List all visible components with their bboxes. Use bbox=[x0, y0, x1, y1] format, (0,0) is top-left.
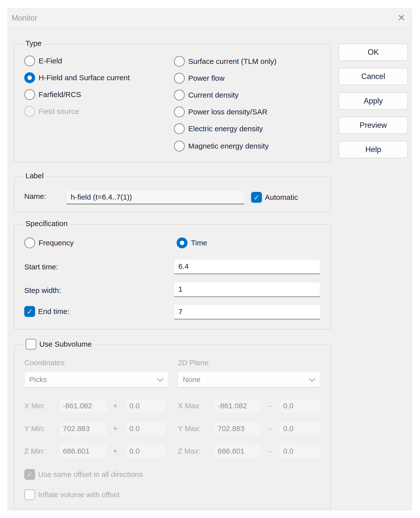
name-input[interactable]: h-field (t=6.4..7(1)) bbox=[66, 190, 244, 205]
plus-sign: + bbox=[111, 398, 120, 414]
specification-group-label: Specification bbox=[23, 219, 70, 228]
x-max-label: X Max: bbox=[178, 400, 201, 411]
inflate-label: Inflate volume with offset bbox=[38, 491, 120, 499]
title-bar: Monitor ✕ bbox=[8, 8, 412, 28]
help-button[interactable]: Help bbox=[339, 141, 408, 158]
use-subvolume-label: Use Subvolume bbox=[39, 340, 92, 348]
radio-farfield-rcs[interactable]: Farfield/RCS bbox=[24, 89, 81, 100]
radio-selected-icon bbox=[24, 72, 35, 83]
radio-icon bbox=[174, 90, 185, 101]
radio-power-flow[interactable]: Power flow bbox=[174, 73, 225, 84]
automatic-checkbox-row[interactable]: ✓ Automatic bbox=[251, 192, 298, 203]
radio-icon bbox=[174, 106, 185, 117]
y-max-offset-field: 0.0 bbox=[279, 421, 321, 436]
end-time-label: End time: bbox=[38, 307, 70, 316]
cancel-button[interactable]: Cancel bbox=[339, 68, 408, 85]
coordinates-dropdown-value: Picks bbox=[29, 375, 47, 384]
start-time-label: Start time: bbox=[24, 261, 58, 272]
minus-sign: - bbox=[266, 443, 275, 459]
radio-disabled-icon bbox=[24, 106, 35, 117]
monitor-dialog: Monitor ✕ Type E-Field H-Field and Surfa… bbox=[7, 8, 412, 511]
radio-h-field-and-surface-current[interactable]: H-Field and Surface current bbox=[24, 72, 130, 83]
use-subvolume-checkbox-row[interactable]: Use Subvolume bbox=[25, 339, 92, 350]
radio-field-source: Field source bbox=[24, 106, 79, 117]
name-label: Name: bbox=[24, 191, 46, 202]
radio-electric-energy-density[interactable]: Electric energy density bbox=[174, 123, 263, 134]
radio-power-loss-density-sar[interactable]: Power loss density/SAR bbox=[174, 106, 267, 117]
x-min-offset-field: 0.0 bbox=[125, 398, 166, 414]
radio-icon bbox=[24, 55, 35, 66]
radio-time[interactable]: Time bbox=[177, 237, 207, 248]
label-group: Label Name: h-field (t=6.4..7(1)) ✓ Auto… bbox=[14, 177, 331, 212]
radio-current-density[interactable]: Current density bbox=[174, 90, 238, 101]
coordinates-dropdown: Picks bbox=[24, 371, 168, 388]
screen: { "window": { "title": "Monitor" }, "ico… bbox=[0, 0, 420, 518]
radio-e-field[interactable]: E-Field bbox=[24, 55, 62, 66]
y-min-offset-field: 0.0 bbox=[125, 421, 166, 436]
plus-sign: + bbox=[111, 443, 120, 459]
type-group-label: Type bbox=[23, 39, 44, 48]
x-min-label: X Min: bbox=[24, 400, 45, 411]
radio-selected-icon bbox=[177, 237, 187, 248]
radio-icon bbox=[24, 89, 35, 100]
z-max-label: Z Max: bbox=[178, 446, 201, 457]
plane-dropdown-value: None bbox=[183, 375, 201, 384]
same-offset-checkbox-row: ✓ Use same offset in all directions bbox=[24, 469, 143, 480]
subvolume-group: Use Subvolume Coordinates: 2D Plane: Pic… bbox=[14, 344, 331, 509]
radio-icon bbox=[174, 56, 185, 67]
x-max-offset-field: 0.0 bbox=[279, 398, 321, 414]
coordinates-label: Coordinates: bbox=[24, 357, 66, 368]
radio-frequency[interactable]: Frequency bbox=[24, 237, 74, 248]
label-group-label: Label bbox=[23, 172, 46, 180]
ok-button[interactable]: OK bbox=[339, 44, 408, 61]
dialog-title: Monitor bbox=[12, 8, 37, 27]
x-min-field: -861.082 bbox=[59, 398, 108, 414]
preview-button[interactable]: Preview bbox=[339, 117, 408, 134]
radio-icon bbox=[24, 237, 35, 248]
checkbox-disabled-checked-icon: ✓ bbox=[24, 469, 35, 480]
checkbox-checked-icon[interactable]: ✓ bbox=[24, 306, 35, 317]
minus-sign: - bbox=[266, 398, 275, 414]
z-max-offset-field: 0.0 bbox=[279, 443, 321, 459]
plane-label: 2D Plane: bbox=[178, 357, 210, 368]
chevron-down-icon bbox=[309, 375, 315, 382]
step-width-label: Step width: bbox=[24, 285, 61, 296]
type-group: Type E-Field H-Field and Surface current… bbox=[14, 44, 331, 162]
chevron-down-icon bbox=[157, 375, 163, 382]
plus-sign: + bbox=[111, 421, 120, 436]
step-width-input[interactable]: 1 bbox=[174, 282, 320, 297]
minus-sign: - bbox=[266, 421, 275, 436]
checkbox-checked-icon[interactable]: ✓ bbox=[251, 192, 262, 203]
y-min-field: 702.883 bbox=[59, 421, 108, 436]
z-min-label: Z Min: bbox=[24, 446, 45, 457]
plane-dropdown: None bbox=[178, 371, 320, 388]
close-icon[interactable]: ✕ bbox=[395, 11, 408, 25]
radio-icon bbox=[174, 73, 185, 84]
y-min-label: Y Min: bbox=[24, 423, 45, 434]
radio-icon bbox=[174, 123, 185, 134]
z-min-field: 686.601 bbox=[59, 443, 108, 459]
x-max-field: -861.082 bbox=[214, 398, 261, 414]
y-max-field: 702.883 bbox=[214, 421, 261, 436]
start-time-input[interactable]: 6.4 bbox=[174, 259, 320, 274]
z-max-field: 686.601 bbox=[214, 443, 261, 459]
y-max-label: Y Max: bbox=[178, 423, 201, 434]
end-time-checkbox-row[interactable]: ✓ End time: bbox=[24, 306, 70, 317]
checkbox-unchecked-icon[interactable] bbox=[25, 339, 36, 350]
end-time-input[interactable]: 7 bbox=[174, 304, 320, 320]
radio-surface-current-tlm[interactable]: Surface current (TLM only) bbox=[174, 56, 277, 67]
automatic-label: Automatic bbox=[265, 193, 298, 202]
apply-button[interactable]: Apply bbox=[339, 92, 408, 110]
radio-magnetic-energy-density[interactable]: Magnetic energy density bbox=[174, 141, 269, 152]
z-min-offset-field: 0.0 bbox=[125, 443, 166, 459]
checkbox-disabled-unchecked-icon bbox=[24, 489, 35, 500]
same-offset-label: Use same offset in all directions bbox=[38, 470, 143, 479]
subvolume-header: Use Subvolume bbox=[23, 339, 94, 350]
specification-group: Specification Frequency Time Start time:… bbox=[14, 224, 331, 330]
radio-icon bbox=[174, 141, 185, 152]
inflate-checkbox-row: Inflate volume with offset bbox=[24, 489, 120, 500]
